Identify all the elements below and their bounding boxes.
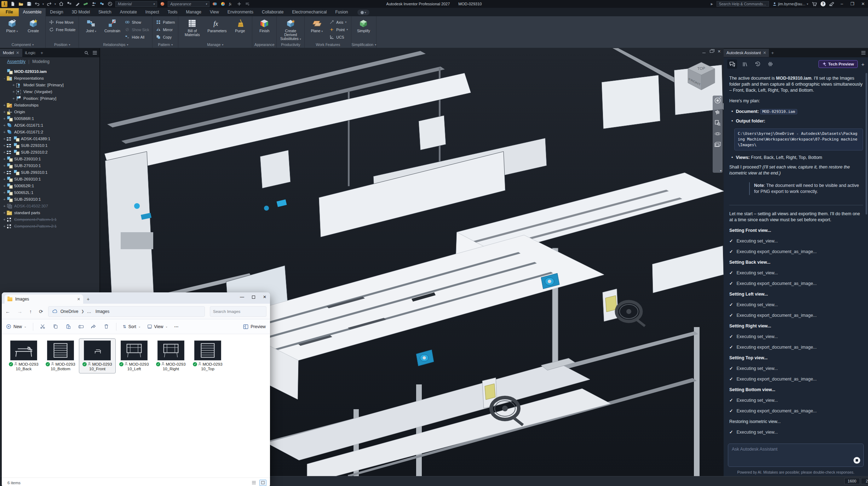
history-icon[interactable]: [753, 59, 763, 69]
browser-new-tab-button[interactable]: +: [39, 50, 46, 56]
ribbon-tab-design[interactable]: Design: [46, 8, 67, 16]
explorer-search-input[interactable]: [213, 309, 268, 314]
refresh-icon[interactable]: ⟳: [39, 309, 43, 314]
orbit-icon[interactable]: [714, 131, 721, 137]
tree-item-sub-279310-1[interactable]: +SUB-279310:1: [0, 162, 99, 169]
tree-expander[interactable]: +: [2, 103, 7, 107]
tree-item-sub-259310-1[interactable]: +SUB-259310:1: [0, 196, 99, 202]
cart-icon[interactable]: [812, 2, 817, 6]
more-options-icon[interactable]: ⋯: [174, 324, 178, 329]
button-plane[interactable]: Plane ▾: [307, 18, 327, 33]
navigation-bar[interactable]: ✕ ▾: [713, 96, 723, 173]
tree-item-standard-parts[interactable]: +standard parts: [0, 209, 99, 216]
new-file-icon[interactable]: [10, 1, 16, 7]
pan-hand-icon[interactable]: [714, 109, 721, 115]
tree-expander[interactable]: +: [2, 177, 7, 181]
copy-icon[interactable]: [52, 324, 59, 330]
views-icon[interactable]: [67, 1, 72, 7]
tree-item-sub-269310-1[interactable]: +SUB-269310:1: [0, 176, 99, 182]
ribbon-tab-assemble[interactable]: Assemble: [19, 8, 46, 16]
ribbon-tab-annotate[interactable]: Annotate: [116, 8, 141, 16]
button-axis[interactable]: Axis▾: [328, 19, 349, 25]
preview-button[interactable]: Preview: [243, 324, 266, 329]
look-at-icon[interactable]: [714, 142, 721, 147]
button-create[interactable]: Create: [23, 18, 43, 33]
ribbon-tab-sketch[interactable]: Sketch: [94, 8, 116, 16]
view-button[interactable]: View⌄: [147, 324, 168, 329]
ribbon-tab-environments[interactable]: Environments: [223, 8, 258, 16]
button-pattern[interactable]: Pattern: [155, 19, 176, 25]
chat-icon[interactable]: [727, 59, 737, 69]
tree-item-adsk-011671-2[interactable]: +ADSK-011671:2: [0, 128, 99, 135]
file-mod-0293-10-back[interactable]: ✓MOD-029310_Back: [5, 338, 42, 373]
search-icon[interactable]: [84, 51, 89, 55]
tree-expander[interactable]: +: [2, 137, 7, 141]
tree-item-sub-229310-2[interactable]: +SUB-229310:2: [0, 149, 99, 155]
tree-expander[interactable]: +: [2, 143, 7, 148]
breadcrumb-images[interactable]: Images: [96, 309, 109, 314]
panel-menu-icon[interactable]: [861, 51, 866, 55]
tree-expander[interactable]: +: [2, 116, 7, 121]
tree-expander[interactable]: +: [11, 83, 16, 87]
cut-icon[interactable]: [40, 324, 46, 330]
tree-item-500652l-1[interactable]: +500652L:1: [0, 189, 99, 196]
feedback-pen-icon[interactable]: [829, 2, 835, 6]
tree-item-sub-299310-1[interactable]: +SUB-299310:1: [0, 169, 99, 176]
ribbon-group-label-relationships[interactable]: Relationships▾: [79, 42, 152, 48]
tree-expander[interactable]: +: [2, 130, 7, 134]
tree-item-500586r-1[interactable]: +500586R:1: [0, 115, 99, 122]
color-wheel-icon[interactable]: [220, 1, 226, 7]
help-icon[interactable]: ?: [821, 1, 826, 6]
file-mod-0293-10-front[interactable]: ✓MOD-029310_Front: [79, 338, 116, 373]
explorer-minimize-button[interactable]: —: [240, 295, 244, 299]
viewcube[interactable]: TOP FRONT RIGHT: [686, 60, 717, 93]
button-place[interactable]: Place ▾: [2, 18, 22, 33]
tree-item-relationships[interactable]: +Relationships: [0, 102, 99, 108]
button-copy[interactable]: Copy: [155, 34, 176, 40]
ribbon-group-label-position[interactable]: Position▾: [46, 42, 79, 48]
tree-item-origin[interactable]: +Origin: [0, 108, 99, 115]
button-mirror[interactable]: Mirror: [155, 26, 176, 33]
appearance-sphere-icon[interactable]: [160, 1, 165, 7]
tree-expander[interactable]: +: [2, 150, 7, 154]
save-icon[interactable]: [26, 1, 32, 7]
new-button[interactable]: New⌄: [6, 324, 27, 329]
explorer-search-box[interactable]: [210, 306, 266, 317]
home-icon[interactable]: [58, 1, 64, 7]
tree-expander[interactable]: +: [2, 164, 7, 168]
delete-icon[interactable]: [103, 324, 110, 330]
redo-icon-dropdown[interactable]: ▾: [54, 2, 56, 6]
paste-icon[interactable]: [65, 324, 71, 330]
stop-button[interactable]: [853, 457, 860, 464]
tree-expander[interactable]: +: [2, 157, 7, 161]
share-icon[interactable]: [91, 324, 97, 330]
tree-expander[interactable]: +: [2, 110, 7, 114]
add-icon[interactable]: [236, 1, 242, 7]
tree-expander[interactable]: +: [2, 190, 7, 195]
tree-expander[interactable]: -: [2, 76, 7, 80]
measure-icon[interactable]: [83, 1, 88, 7]
new-chat-button[interactable]: +: [861, 61, 864, 67]
ribbon-tab-electromechanical[interactable]: Electromechanical: [288, 8, 331, 16]
button-joint[interactable]: Joint ▾: [81, 18, 101, 33]
file-mod-0293-10-bottom[interactable]: ✓MOD-029310_Bottom: [42, 338, 79, 373]
tree-expander[interactable]: +: [2, 204, 7, 208]
ribbon-group-label-component[interactable]: Component▾: [0, 42, 45, 48]
tree-item-adsk-014502-307[interactable]: +ADSK-014502:307: [0, 202, 99, 209]
assistant-input-box[interactable]: [728, 444, 864, 467]
restore-button[interactable]: ❐: [849, 1, 856, 6]
button-show[interactable]: Show: [123, 19, 150, 25]
gear-icon[interactable]: [765, 59, 775, 69]
file-mod-0293-10-top[interactable]: ✓MOD-029310_Top: [189, 338, 226, 373]
tree-item-component-pattern-1-1[interactable]: +Component-Pattern-1:1: [0, 216, 99, 223]
ribbon-extension-button[interactable]: ▾: [357, 10, 369, 15]
button-finish[interactable]: Finish: [254, 18, 274, 33]
breadcrumb-onedrive[interactable]: OneDrive: [61, 309, 79, 314]
browser-menu-icon[interactable]: [92, 51, 97, 55]
tree-item-model-state-primary[interactable]: +Model State: [Primary]: [0, 81, 99, 88]
explorer-new-tab-button[interactable]: +: [87, 296, 90, 302]
tab-close-icon[interactable]: ✕: [77, 297, 80, 302]
undo-icon[interactable]: [34, 1, 40, 7]
expand-search-icon[interactable]: ▶: [711, 2, 713, 6]
tree-item-mod-029310-iam[interactable]: MOD-029310.iam: [0, 68, 99, 75]
